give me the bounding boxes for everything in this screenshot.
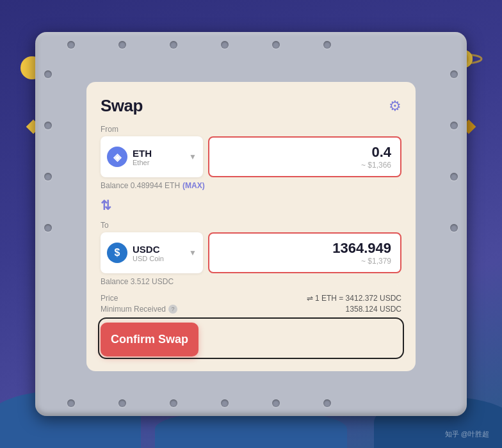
dot-top-1	[67, 41, 75, 49]
swap-arrows-row: ⇅	[101, 196, 401, 214]
from-balance-text: Balance 0.489944 ETH	[101, 181, 180, 190]
to-amount-usd: ~ $1,379	[361, 257, 391, 266]
dot-bot-1	[67, 399, 75, 407]
dot-bot-6	[323, 399, 331, 407]
dot-top-3	[170, 41, 177, 49]
from-label: From	[101, 125, 401, 134]
watermark: 知乎 @叶胜超	[445, 429, 489, 439]
from-chevron-icon: ▼	[189, 152, 197, 161]
dot-right-2	[450, 122, 458, 129]
card-header: Swap ⚙	[101, 96, 401, 116]
dot-left-1	[44, 70, 52, 78]
to-section: To $ USDC USD Coin ▼ 1364.949 ~ $1,379 B…	[101, 221, 401, 286]
to-token-info: USDC USD Coin	[133, 244, 184, 262]
dot-bot-2	[118, 399, 126, 407]
to-token-row: $ USDC USD Coin ▼ 1364.949 ~ $1,379	[101, 232, 401, 273]
to-token-symbol: USDC	[133, 244, 184, 255]
dot-bot-4	[221, 399, 229, 407]
dot-left-3	[44, 173, 52, 180]
dot-right-3	[450, 173, 458, 180]
dot-left-4	[44, 224, 52, 232]
min-received-value: 1358.124 USDC	[346, 305, 401, 314]
from-amount-box[interactable]: 0.4 ~ $1,366	[208, 136, 401, 177]
to-balance-row: Balance 3.512 USDC	[101, 277, 401, 286]
from-token-symbol: ETH	[133, 148, 184, 159]
to-chevron-icon: ▼	[189, 248, 197, 257]
to-balance-text: Balance 3.512 USDC	[101, 277, 174, 286]
from-token-name: Ether	[133, 159, 184, 166]
to-token-name: USD Coin	[133, 255, 184, 262]
dot-bot-5	[272, 399, 280, 407]
settings-icon[interactable]: ⚙	[389, 98, 401, 115]
eth-icon: ◈	[107, 147, 127, 167]
info-rows: Price ⇌ 1 ETH = 3412.372 USDC Minimum Re…	[101, 294, 401, 314]
dot-right-4	[450, 224, 458, 232]
from-token-row: ◈ ETH Ether ▼ 0.4 ~ $1,366	[101, 136, 401, 177]
dot-bot-3	[170, 399, 177, 407]
min-received-label: Minimum Received	[101, 305, 166, 314]
dot-top-5	[272, 41, 280, 49]
from-balance-row: Balance 0.489944 ETH (MAX)	[101, 181, 401, 190]
max-button[interactable]: (MAX)	[182, 181, 205, 190]
usdc-icon: $	[107, 243, 127, 263]
from-amount-value: 0.4	[371, 144, 391, 161]
from-amount-usd: ~ $1,366	[361, 161, 391, 170]
dot-top-4	[221, 41, 229, 49]
help-icon[interactable]: ?	[168, 305, 177, 314]
page-title: Swap	[101, 96, 143, 116]
swap-card: Swap ⚙ From ◈ ETH Ether ▼ 0.4 ~ $1,366	[86, 82, 416, 371]
min-received-row: Minimum Received ? 1358.124 USDC	[101, 305, 401, 314]
dot-left-2	[44, 122, 52, 129]
price-value: ⇌ 1 ETH = 3412.372 USDC	[307, 294, 401, 303]
dot-top-6	[323, 41, 331, 49]
dot-top-2	[118, 41, 126, 49]
confirm-button-wrapper: Confirm Swap	[101, 320, 401, 356]
swap-arrows-icon[interactable]: ⇅	[101, 198, 111, 213]
metal-frame: Swap ⚙ From ◈ ETH Ether ▼ 0.4 ~ $1,366	[35, 32, 467, 416]
from-token-selector[interactable]: ◈ ETH Ether ▼	[101, 136, 203, 177]
price-label: Price	[101, 294, 118, 303]
from-token-info: ETH Ether	[133, 148, 184, 166]
to-amount-value: 1364.949	[332, 240, 391, 257]
confirm-swap-button[interactable]: Confirm Swap	[101, 323, 198, 356]
to-amount-box[interactable]: 1364.949 ~ $1,379	[208, 232, 401, 273]
to-label: To	[101, 221, 401, 230]
dot-right-1	[450, 70, 458, 78]
to-token-selector[interactable]: $ USDC USD Coin ▼	[101, 232, 203, 273]
min-received-label-container: Minimum Received ?	[101, 305, 177, 314]
from-section: From ◈ ETH Ether ▼ 0.4 ~ $1,366 Balance …	[101, 125, 401, 190]
price-row: Price ⇌ 1 ETH = 3412.372 USDC	[101, 294, 401, 303]
